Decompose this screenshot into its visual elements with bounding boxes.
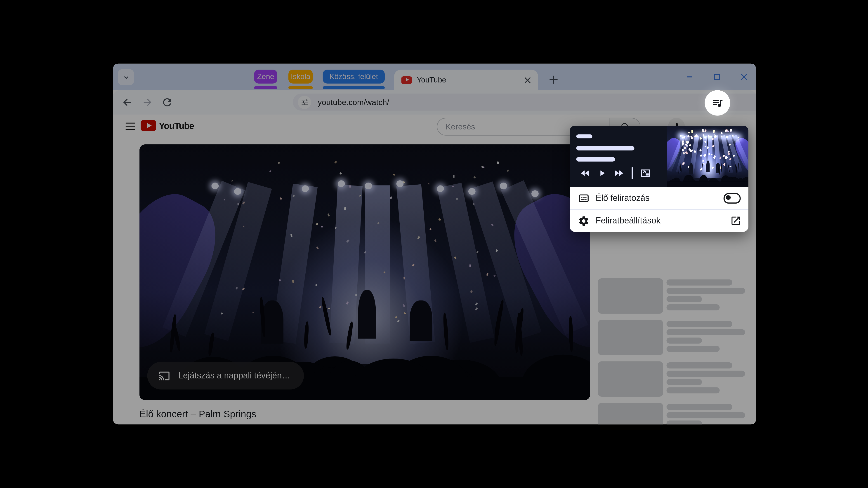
confetti-piece: [704, 154, 706, 157]
confetti-piece: [726, 129, 727, 131]
confetti-piece: [733, 155, 735, 157]
caption-settings-row[interactable]: Feliratbeállítások: [569, 210, 748, 232]
media-controls-button[interactable]: [705, 90, 730, 116]
confetti-piece: [704, 137, 706, 139]
fast-forward-icon[interactable]: [613, 168, 624, 179]
confetti-piece: [682, 142, 684, 145]
spotlight-dot: [680, 135, 682, 136]
confetti-piece: [703, 160, 704, 162]
confetti-piece: [690, 136, 692, 139]
confetti-piece: [729, 166, 731, 167]
confetti-piece: [704, 129, 706, 132]
live-caption-label: Élő feliratozás: [596, 193, 649, 203]
media-artist-placeholder: [576, 157, 615, 162]
media-transport-controls: [576, 166, 654, 181]
dim-overlay: [113, 64, 756, 424]
live-caption-toggle[interactable]: [723, 193, 741, 203]
confetti-piece: [704, 141, 706, 143]
crowd-floor: [667, 182, 748, 187]
confetti-piece: [703, 130, 704, 132]
gear-icon: [578, 215, 590, 226]
confetti-piece: [727, 131, 729, 132]
open-in-new-icon: [730, 215, 741, 226]
controls-divider: [631, 167, 633, 180]
confetti-piece: [687, 135, 689, 137]
confetti-piece: [689, 144, 691, 147]
confetti-piece: [705, 146, 706, 148]
confetti-piece: [703, 163, 705, 165]
confetti-piece: [730, 158, 732, 160]
media-controls-popup: Élő feliratozás Feliratbeállítások: [569, 126, 748, 232]
confetti-piece: [708, 153, 710, 155]
confetti-piece: [712, 167, 714, 169]
confetti-piece: [682, 137, 684, 139]
confetti-piece: [713, 130, 715, 133]
confetti-piece: [714, 135, 717, 138]
media-popup-header: [569, 126, 748, 187]
confetti-piece: [682, 162, 684, 165]
confetti-piece: [713, 157, 716, 159]
confetti-piece: [730, 129, 732, 132]
confetti-piece: [683, 152, 685, 155]
picture-in-picture-icon[interactable]: [640, 168, 651, 179]
confetti-piece: [688, 132, 689, 133]
album-art-concert: [667, 126, 748, 187]
confetti-piece: [722, 155, 725, 157]
previous-track-icon[interactable]: [580, 168, 591, 179]
play-icon[interactable]: [597, 168, 607, 179]
confetti-piece: [712, 138, 714, 140]
live-caption-icon: [578, 192, 590, 204]
live-caption-row[interactable]: Élő feliratozás: [569, 187, 748, 209]
media-source-placeholder: [576, 134, 592, 138]
confetti-piece: [712, 145, 714, 147]
confetti-piece: [714, 155, 716, 157]
confetti-piece: [694, 150, 696, 153]
performer-silhouette: [689, 163, 693, 173]
confetti-piece: [682, 149, 684, 151]
confetti-piece: [700, 149, 702, 152]
confetti-piece: [721, 132, 722, 134]
performer-silhouette: [707, 161, 710, 172]
confetti-piece: [684, 147, 686, 149]
confetti-piece: [685, 143, 687, 145]
confetti-piece: [700, 155, 702, 157]
confetti-piece: [685, 151, 688, 154]
screenshot-canvas: Zene Iskola Közöss. felület YouTube: [0, 0, 868, 488]
media-title-placeholder: [576, 146, 634, 151]
toggle-knob: [726, 195, 731, 200]
confetti-piece: [723, 163, 725, 166]
confetti-piece: [695, 134, 698, 137]
album-art: [667, 126, 748, 187]
confetti-piece: [699, 137, 702, 139]
caption-settings-label: Feliratbeállítások: [596, 216, 660, 226]
confetti-piece: [710, 154, 712, 155]
confetti-piece: [706, 147, 709, 149]
confetti-piece: [719, 156, 721, 159]
confetti-piece: [728, 143, 731, 146]
playlist-music-icon: [711, 97, 723, 109]
confetti-piece: [691, 130, 692, 133]
